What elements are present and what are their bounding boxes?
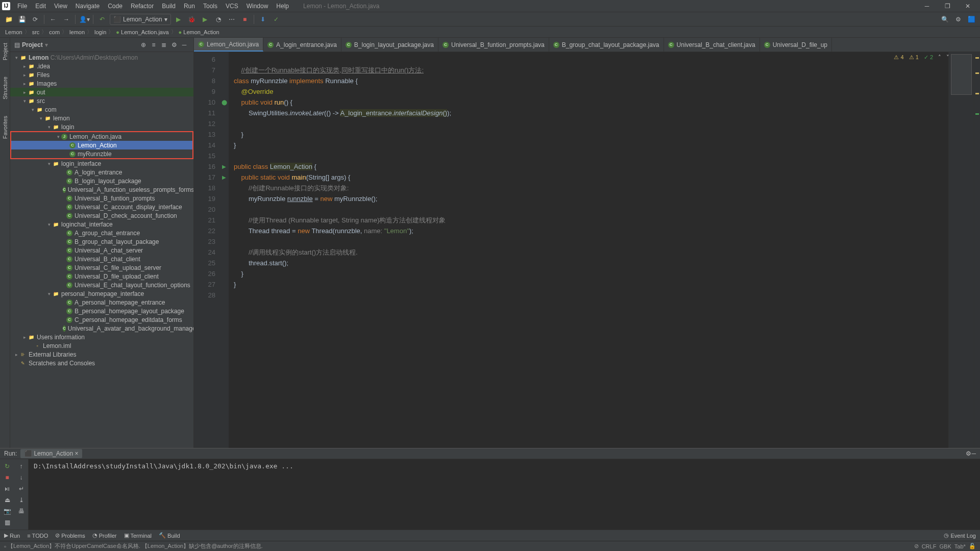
run-config-tab[interactable]: ⬛ Lemon_Action × <box>20 449 82 458</box>
lock-icon[interactable]: 🔓 <box>969 543 976 549</box>
editor-tab[interactable]: CB_login_layout_package.java <box>341 38 438 52</box>
coverage-icon[interactable]: ▶ <box>200 14 211 25</box>
tree-class[interactable]: ▸CUniversal_C_account_display_interface <box>10 203 193 211</box>
hide-icon[interactable]: ─ <box>179 40 189 50</box>
project-toolwindow-tab[interactable]: Project <box>2 40 8 63</box>
tree-node[interactable]: ▾📁lemon <box>10 114 193 122</box>
tree-node[interactable]: ▾📁login_interface <box>10 159 193 168</box>
wrap-icon[interactable]: ↵ <box>16 484 27 494</box>
todo-tab[interactable]: ≡ TODO <box>27 533 48 539</box>
editor-tab[interactable]: CA_login_entrance.java <box>263 38 341 52</box>
terminal-tab[interactable]: ▣ Terminal <box>124 532 152 539</box>
save-icon[interactable]: 💾 <box>16 14 28 25</box>
project-tree[interactable]: ▾📁Lemon C:\Users\Admin\Desktop\Lemon ▸📁.… <box>10 52 193 448</box>
run-gutter-icon[interactable]: ▶ <box>219 161 229 172</box>
tree-file[interactable]: ▸▫Lemon.iml <box>10 341 193 350</box>
tree-class[interactable]: ▸CUniversal_C_file_upload_server <box>10 263 193 272</box>
tree-class[interactable]: ▸CmyRunnzble <box>11 149 192 158</box>
attach-icon[interactable]: ⋯ <box>226 14 237 25</box>
breadcrumb-item[interactable]: login <box>94 29 106 35</box>
avatar-icon[interactable]: 👤▾ <box>79 14 90 25</box>
inspection-badges[interactable]: ⚠ 4 ⚠ 1 ✓ 2 ˄˅ <box>894 54 949 61</box>
menu-file[interactable]: File <box>13 2 31 11</box>
search-icon[interactable]: 🔍 <box>939 14 950 25</box>
tree-class[interactable]: ▸CA_login_entrance <box>10 168 193 177</box>
menu-view[interactable]: View <box>50 2 71 11</box>
breadcrumb-item[interactable]: com <box>49 29 60 35</box>
menu-navigate[interactable]: Navigate <box>71 2 104 11</box>
undo-icon[interactable]: ↶ <box>96 14 108 25</box>
status-icon[interactable]: ▫ <box>4 543 6 549</box>
line-separator[interactable]: CRLF <box>922 543 937 549</box>
tree-class[interactable]: ▸CA_personal_homepage_entrance <box>10 298 193 307</box>
exit-icon[interactable]: ⏏ <box>2 495 12 505</box>
vcs-status-icon[interactable]: ⊘ <box>914 543 919 549</box>
settings-icon[interactable]: ⚙ <box>952 14 964 25</box>
inspection-strip[interactable] <box>974 52 980 448</box>
tree-node[interactable]: ▸⊪External Libraries <box>10 350 193 359</box>
layout-icon[interactable]: ▦ <box>2 517 12 528</box>
forward-icon[interactable]: → <box>61 14 72 25</box>
tree-class[interactable]: ▸CUniversal_A_chat_server <box>10 246 193 255</box>
menu-vcs[interactable]: VCS <box>222 2 242 11</box>
hide-icon[interactable]: ─ <box>971 450 976 457</box>
camera-icon[interactable]: 📷 <box>2 506 12 516</box>
tree-class-selected[interactable]: ▸CLemon_Action <box>11 141 192 149</box>
close-button[interactable]: ✕ <box>958 1 978 12</box>
problems-tab[interactable]: ⊘ Problems <box>55 532 85 539</box>
code-text[interactable]: //创建一个Runnable接口的实现类,同时重写接口中的run()方法: cl… <box>229 52 948 448</box>
favorites-toolwindow-tab[interactable]: Favorites <box>2 113 8 142</box>
menu-run[interactable]: Run <box>180 2 199 11</box>
tree-class[interactable]: ▸CB_group_chat_layout_package <box>10 237 193 246</box>
code-minimap[interactable] <box>948 52 974 448</box>
tree-class[interactable]: ▸CUniversal_D_check_account_function <box>10 211 193 220</box>
indent[interactable]: Tab* <box>954 543 966 549</box>
tree-class[interactable]: ▸CUniversal_D_file_upload_client <box>10 272 193 281</box>
breadcrumb-item[interactable]: Lemon <box>5 29 22 35</box>
tree-class[interactable]: ▸CB_personal_homepage_layout_package <box>10 307 193 315</box>
gear-icon[interactable]: ⚙ <box>169 40 179 50</box>
menu-tools[interactable]: Tools <box>199 2 222 11</box>
menu-window[interactable]: Window <box>242 2 273 11</box>
menu-code[interactable]: Code <box>104 2 127 11</box>
stop-icon[interactable]: ■ <box>239 14 251 25</box>
menu-refactor[interactable]: Refactor <box>127 2 158 11</box>
tree-root[interactable]: ▾📁Lemon C:\Users\Admin\Desktop\Lemon <box>10 53 193 62</box>
refresh-icon[interactable]: ⟳ <box>30 14 41 25</box>
tree-node[interactable]: ▸📁.idea <box>10 62 193 70</box>
open-icon[interactable]: 📁 <box>3 14 14 25</box>
tree-node[interactable]: ▸✎Scratches and Consoles <box>10 359 193 367</box>
tree-class[interactable]: ▸CUniversal_E_chat_layout_function_optio… <box>10 281 193 289</box>
run-gutter-icon[interactable]: ▶ <box>219 172 229 183</box>
breadcrumb-item[interactable]: lemon <box>69 29 85 35</box>
run-config-selector[interactable]: ⬛ Lemon_Action ▾ <box>110 14 171 25</box>
breadcrumb-item[interactable]: ● Lemon_Action.java <box>116 29 168 35</box>
tree-class[interactable]: ▸CB_login_layout_package <box>10 177 193 185</box>
menu-build[interactable]: Build <box>158 2 180 11</box>
pause-icon[interactable]: ⏯ <box>2 484 12 494</box>
breadcrumb-item[interactable]: src <box>32 29 40 35</box>
menu-edit[interactable]: Edit <box>31 2 50 11</box>
code-area[interactable]: 6789101112131415161718192021222324252627… <box>194 52 980 448</box>
vcs-commit-icon[interactable]: ✓ <box>271 14 282 25</box>
scroll-icon[interactable]: ⤓ <box>16 495 27 505</box>
maximize-button[interactable]: ❐ <box>937 1 958 12</box>
tree-class[interactable]: ▸CA_group_chat_entrance <box>10 229 193 237</box>
tree-class[interactable]: ▸CUniversal_A_avatar_and_background_mana… <box>10 324 193 333</box>
debug-icon[interactable]: 🐞 <box>186 14 198 25</box>
tree-node-out[interactable]: ▸📁out <box>10 88 193 96</box>
avatar-colored-icon[interactable]: 🟦 <box>966 14 977 25</box>
run-tab[interactable]: ▶ Run <box>4 532 20 539</box>
select-opened-icon[interactable]: ⊕ <box>138 40 149 50</box>
down-icon[interactable]: ↓ <box>16 472 27 483</box>
tree-node[interactable]: ▸📁Users information <box>10 333 193 341</box>
structure-toolwindow-tab[interactable]: Structure <box>2 73 8 103</box>
tree-class[interactable]: ▸CUniversal_B_chat_client <box>10 255 193 263</box>
encoding[interactable]: GBK <box>939 543 951 549</box>
tree-file[interactable]: ▾JLemon_Action.java <box>11 132 192 141</box>
minimize-button[interactable]: ─ <box>917 1 937 12</box>
breadcrumb-item[interactable]: ● Lemon_Action <box>179 29 219 35</box>
tree-class[interactable]: ▸CUniversal_A_function_useless_prompts_f… <box>10 185 193 194</box>
rerun-icon[interactable]: ↻ <box>2 461 12 471</box>
editor-tab[interactable]: CB_group_chat_layout_package.java <box>549 38 664 52</box>
